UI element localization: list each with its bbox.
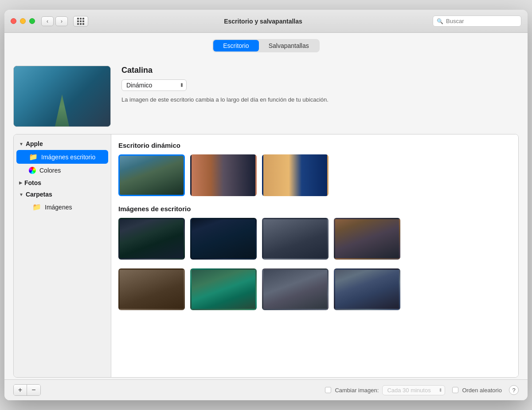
maximize-button[interactable] [29, 18, 35, 24]
help-button[interactable]: ? [509, 385, 519, 395]
interval-dropdown-wrapper: Cada 5 segundos Cada 1 minuto Cada 5 min… [382, 385, 445, 395]
search-input[interactable] [446, 18, 512, 24]
random-order-checkbox[interactable] [452, 387, 458, 393]
folder-icon-imagenes: 📁 [29, 153, 38, 161]
random-order-label: Orden aleatorio [462, 387, 502, 394]
change-image-row: Cambiar imagen: Cada 5 segundos Cada 1 m… [325, 385, 445, 395]
add-remove-buttons: + − [13, 384, 41, 396]
color-circle-icon [29, 167, 36, 174]
thumb-d6[interactable] [190, 268, 257, 310]
sidebar-item-colores[interactable]: Colores [16, 164, 108, 177]
desktop-section-label: Imágenes de escritorio [118, 205, 511, 213]
sidebar-section-fotos-label: Fotos [24, 179, 41, 186]
preview-image [14, 66, 110, 126]
thumb-d8[interactable] [334, 268, 400, 310]
preview-description: La imagen de este escritorio cambia a lo… [121, 95, 423, 104]
sidebar-section-carpetas-label: Carpetas [26, 191, 52, 198]
mode-dropdown-wrapper: Dinámico Claro (estático) Oscuro (estáti… [121, 79, 187, 91]
minimize-button[interactable] [20, 18, 26, 24]
window-title: Escritorio y salvapantallas [94, 18, 433, 25]
sidebar-section-apple[interactable]: ▼ Apple [14, 138, 111, 150]
thumb-d4[interactable] [334, 218, 400, 260]
back-button[interactable]: ‹ [41, 16, 54, 26]
sidebar-item-imagenes-escritorio[interactable]: 📁 Imágenes escritorio [16, 150, 108, 164]
grid-view-button[interactable] [73, 16, 88, 27]
nav-buttons: ‹ › [41, 16, 68, 26]
sidebar-section-carpetas[interactable]: ▼ Carpetas [14, 189, 111, 200]
back-icon: ‹ [47, 18, 48, 24]
triangle-icon-apple: ▼ [19, 142, 23, 146]
mode-dropdown[interactable]: Dinámico Claro (estático) Oscuro (estáti… [121, 79, 187, 91]
random-order-row: Orden aleatorio [452, 387, 502, 394]
forward-button[interactable]: › [55, 16, 68, 26]
add-button[interactable]: + [14, 385, 27, 395]
sidebar-item-imagenes-folder-label: Imágenes [45, 204, 72, 211]
titlebar: ‹ › Escritorio y salvapantallas 🔍 [4, 10, 528, 33]
thumb-blue-dynamic[interactable] [262, 154, 329, 196]
dynamic-thumbnails-row [118, 154, 511, 196]
grid-area: Escritorio dinámico Imágenes de escritor… [111, 134, 518, 377]
tab-escritorio[interactable]: Escritorio [213, 40, 258, 51]
sidebar-item-imagenes-folder[interactable]: 📁 Imágenes [16, 201, 108, 213]
preview-info: Catalina Dinámico Claro (estático) Oscur… [121, 66, 519, 104]
tab-group: Escritorio Salvapantallas [212, 39, 319, 52]
forward-icon: › [61, 18, 63, 24]
folder-icon-imagenes-folder: 📁 [32, 203, 41, 211]
remove-button[interactable]: − [27, 385, 40, 395]
search-icon: 🔍 [437, 18, 443, 24]
lower-section: ▼ Apple 📁 Imágenes escritorio Colores ▶ … [13, 134, 519, 378]
sidebar-section-apple-label: Apple [26, 140, 43, 147]
traffic-lights [11, 18, 35, 24]
main-content: Catalina Dinámico Claro (estático) Oscur… [4, 59, 528, 379]
interval-dropdown[interactable]: Cada 5 segundos Cada 1 minuto Cada 5 min… [382, 385, 445, 395]
desktop-thumbnails-row-2 [118, 268, 511, 310]
thumb-catalina-dynamic[interactable] [118, 154, 185, 196]
sidebar-section-fotos[interactable]: ▶ Fotos [14, 177, 111, 189]
preview-title: Catalina [121, 66, 519, 75]
search-box[interactable]: 🔍 [433, 16, 521, 27]
preview-row: Catalina Dinámico Claro (estático) Oscur… [13, 59, 519, 134]
grid-icon [77, 18, 84, 25]
dropdown-row: Dinámico Claro (estático) Oscuro (estáti… [121, 79, 519, 91]
triangle-icon-carpetas: ▼ [19, 192, 23, 197]
change-image-label: Cambiar imagen: [335, 387, 379, 394]
help-icon: ? [512, 387, 515, 394]
thumb-mojave-dynamic[interactable] [190, 154, 257, 196]
thumb-d1[interactable] [118, 218, 185, 260]
triangle-icon-fotos: ▶ [19, 181, 22, 185]
desktop-thumbnails-row-1 [118, 218, 511, 260]
close-button[interactable] [11, 18, 16, 24]
tab-bar: Escritorio Salvapantallas [4, 33, 528, 59]
change-image-checkbox[interactable] [325, 387, 331, 393]
sidebar: ▼ Apple 📁 Imágenes escritorio Colores ▶ … [14, 134, 111, 377]
thumb-d2[interactable] [190, 218, 257, 260]
bottom-bar: + − Cambiar imagen: Cada 5 segundos Cada… [4, 379, 528, 400]
thumb-d3[interactable] [262, 218, 329, 260]
preview-thumbnail [13, 66, 111, 127]
tab-salvapantallas[interactable]: Salvapantallas [259, 40, 319, 51]
main-window: ‹ › Escritorio y salvapantallas 🔍 Escrit… [4, 10, 528, 400]
thumb-d7[interactable] [262, 268, 329, 310]
sidebar-item-imagenes-label: Imágenes escritorio [41, 154, 95, 161]
sidebar-item-colores-label: Colores [39, 167, 61, 174]
dynamic-section-label: Escritorio dinámico [118, 142, 511, 149]
thumb-d5[interactable] [118, 268, 185, 310]
